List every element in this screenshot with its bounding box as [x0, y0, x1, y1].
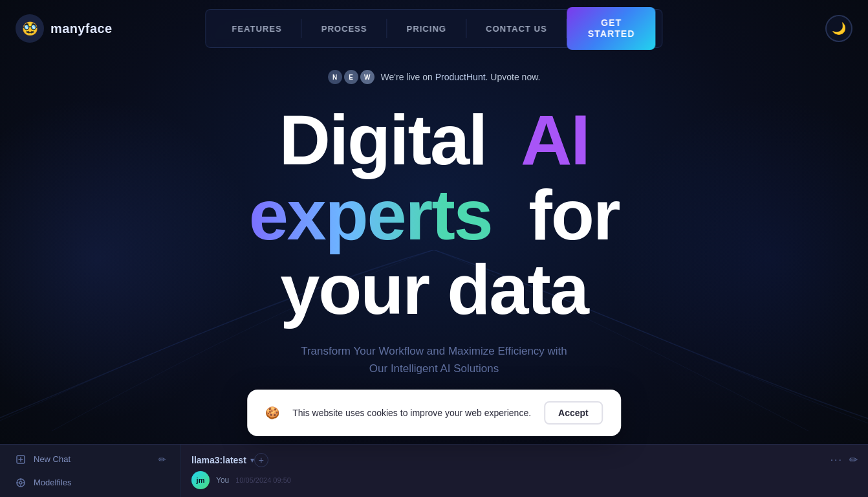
hero-title: Digital AI experts for your data	[249, 102, 620, 327]
model-name: llama3:latest	[191, 455, 246, 465]
moon-icon: 🌙	[832, 21, 846, 36]
nav-right: 🌙	[825, 15, 852, 42]
add-chat-button[interactable]: +	[254, 453, 268, 467]
badge-e: E	[344, 70, 358, 84]
bottom-chat-bar: New Chat ✏ Modelfiles llama3:latest ▾ +	[0, 444, 868, 497]
theme-toggle-button[interactable]: 🌙	[825, 15, 852, 42]
hero-title-line3: your data	[249, 252, 620, 327]
logo-icon: 🥸	[16, 14, 44, 43]
new-chat-label: New Chat	[34, 454, 152, 464]
chat-user-avatar: jm	[191, 471, 210, 489]
nav-contact[interactable]: CONTACT US	[466, 10, 567, 47]
badge-w: W	[360, 70, 374, 84]
hero-title-line1: Digital AI	[249, 102, 620, 177]
new-badge: N E W We're live on ProductHunt. Upvote …	[328, 70, 541, 84]
cookie-icon: 🍪	[265, 406, 279, 420]
navbar: 🥸 manyface FEATURES PROCESS PRICING CONT…	[0, 0, 868, 57]
badge-text: We're live on ProductHunt. Upvote now.	[381, 72, 541, 82]
new-chat-icon	[14, 453, 27, 466]
modelfiles-icon	[14, 476, 27, 489]
chat-preview: jm You 10/05/2024 09:50	[191, 470, 858, 489]
chat-sidebar: New Chat ✏ Modelfiles	[0, 445, 181, 497]
chat-header: llama3:latest ▾ + ··· ✏	[191, 453, 858, 470]
edit-chat-icon[interactable]: ✏	[849, 454, 858, 466]
modelfiles-label: Modelfiles	[34, 478, 166, 487]
nav-pricing[interactable]: PRICING	[387, 10, 466, 47]
logo[interactable]: 🥸 manyface	[16, 14, 112, 43]
hero-title-line2: experts for	[249, 177, 620, 252]
brand-name: manyface	[50, 21, 112, 36]
nav-features[interactable]: FEATURES	[212, 10, 301, 47]
nav-process[interactable]: PROCESS	[302, 10, 387, 47]
chat-timestamp: 10/05/2024 09:50	[235, 476, 291, 484]
modelfiles-item[interactable]: Modelfiles	[8, 471, 173, 494]
get-started-button[interactable]: GET STARTED	[567, 7, 656, 50]
new-chat-action-icon[interactable]: ✏	[158, 454, 166, 465]
more-options-button[interactable]: ···	[830, 454, 843, 466]
chat-header-right: ··· ✏	[830, 454, 858, 466]
cookie-accept-button[interactable]: Accept	[544, 401, 603, 425]
cookie-text: This website uses cookies to improve you…	[292, 408, 531, 418]
nav-center: FEATURES PROCESS PRICING CONTACT US GET …	[205, 9, 662, 48]
new-chat-item[interactable]: New Chat ✏	[8, 448, 173, 471]
cookie-banner: 🍪 This website uses cookies to improve y…	[247, 390, 621, 436]
model-selector[interactable]: llama3:latest ▾	[191, 455, 254, 465]
chat-main: llama3:latest ▾ + ··· ✏ jm You 10/05/202…	[181, 445, 868, 497]
badge-letters: N E W	[328, 70, 374, 84]
svg-point-2	[19, 481, 22, 484]
hero-subtitle: Transform Your Workflow and Maximize Eff…	[298, 342, 570, 377]
badge-n: N	[328, 70, 342, 84]
chat-user-name: You	[216, 476, 229, 485]
model-arrow-icon: ▾	[250, 456, 254, 465]
hero-section: N E W We're live on ProductHunt. Upvote …	[0, 57, 868, 435]
